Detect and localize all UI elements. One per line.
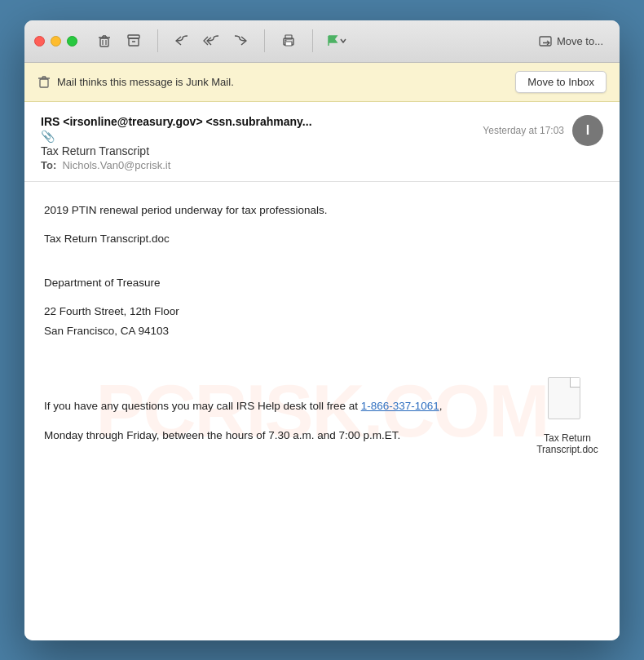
delete-button[interactable] [90, 27, 118, 55]
close-button[interactable] [34, 36, 45, 47]
forward-button[interactable] [227, 27, 254, 55]
move-to-label: Move to... [557, 35, 603, 47]
avatar: I [572, 115, 603, 146]
mail-window: Move to... Mail thinks this message is J… [24, 20, 620, 640]
help-text: If you have any questions you may call I… [44, 400, 361, 412]
email-content: 2019 PTIN renewal period underway for ta… [44, 202, 600, 456]
junk-message: Mail thinks this message is Junk Mail. [37, 75, 234, 88]
archive-button[interactable] [120, 27, 148, 55]
bottom-section: If you have any questions you may call I… [44, 364, 600, 455]
phone-link[interactable]: 1-866-337-1061 [361, 400, 439, 412]
doc-icon-fold [570, 378, 580, 388]
svg-point-13 [285, 40, 287, 42]
archive-icon [126, 33, 141, 48]
junk-banner: Mail thinks this message is Junk Mail. M… [24, 63, 620, 102]
subject-line: Tax Return Transcript [41, 144, 483, 157]
svg-rect-14 [540, 37, 551, 46]
flag-button[interactable] [323, 31, 351, 51]
header-right: Yesterday at 17:03 I [483, 115, 603, 146]
toolbar-separator-1 [157, 29, 158, 52]
reply-all-icon [203, 33, 219, 48]
titlebar: Move to... [24, 20, 620, 63]
doc-icon-body [548, 377, 580, 419]
body-addr2: San Francisco, CA 94103 [44, 322, 600, 340]
svg-rect-16 [40, 79, 48, 87]
sender-info: IRS <irsonline@treasury.gov> <ssn.subrah… [41, 115, 483, 171]
email-body: PCRISK.COM 2019 PTIN renewal period unde… [24, 182, 620, 640]
to-label: To: [41, 159, 56, 171]
email-header: IRS <irsonline@treasury.gov> <ssn.subrah… [24, 102, 620, 182]
sender-name: IRS <irsonline@treasury.gov> <ssn.subrah… [41, 115, 483, 128]
flag-icon [326, 34, 339, 47]
body-paragraph-1: 2019 PTIN renewal period underway for ta… [44, 202, 600, 219]
bottom-text-block: If you have any questions you may call I… [44, 397, 443, 455]
toolbar-group-left [90, 27, 148, 55]
email-header-top: IRS <irsonline@treasury.gov> <ssn.subrah… [41, 115, 603, 171]
reply-icon [174, 33, 189, 48]
attachment-area[interactable]: Tax Return Transcript.doc [535, 377, 600, 455]
chevron-down-icon [339, 37, 347, 45]
to-address: Nichols.Van0@pcrisk.it [62, 159, 170, 171]
print-button[interactable] [275, 27, 302, 55]
toolbar-group-nav [168, 27, 254, 55]
maximize-button[interactable] [67, 36, 77, 47]
move-to-inbox-button[interactable]: Move to Inbox [515, 71, 607, 93]
body-hours: Monday through Friday, between the hours… [44, 427, 443, 445]
attachment-icon [548, 377, 587, 424]
forward-icon [233, 33, 248, 48]
toolbar-separator-2 [264, 29, 265, 52]
reply-button[interactable] [168, 27, 196, 55]
body-paragraph-2: Tax Return Transcript.doc [44, 230, 600, 248]
attachment-indicator: 📎 [41, 130, 483, 143]
body-addr1: 22 Fourth Street, 12th Floor [44, 303, 600, 321]
trash-icon [97, 33, 112, 48]
traffic-lights [34, 36, 77, 47]
junk-message-text: Mail thinks this message is Junk Mail. [57, 76, 234, 88]
attachment-filename: Tax Return Transcript.doc [535, 432, 600, 455]
svg-rect-0 [100, 38, 108, 47]
minimize-button[interactable] [51, 36, 61, 47]
to-line: To: Nichols.Van0@pcrisk.it [41, 159, 483, 171]
timestamp: Yesterday at 17:03 [483, 125, 564, 136]
body-dept: Department of Treasure [44, 274, 600, 292]
body-help: If you have any questions you may call I… [44, 397, 443, 415]
move-to-icon [539, 34, 552, 47]
svg-rect-11 [285, 42, 292, 46]
junk-icon [37, 75, 51, 88]
print-icon [281, 33, 296, 48]
toolbar-separator-3 [312, 29, 313, 52]
reply-all-button[interactable] [197, 27, 225, 55]
move-to-button[interactable]: Move to... [532, 31, 610, 51]
